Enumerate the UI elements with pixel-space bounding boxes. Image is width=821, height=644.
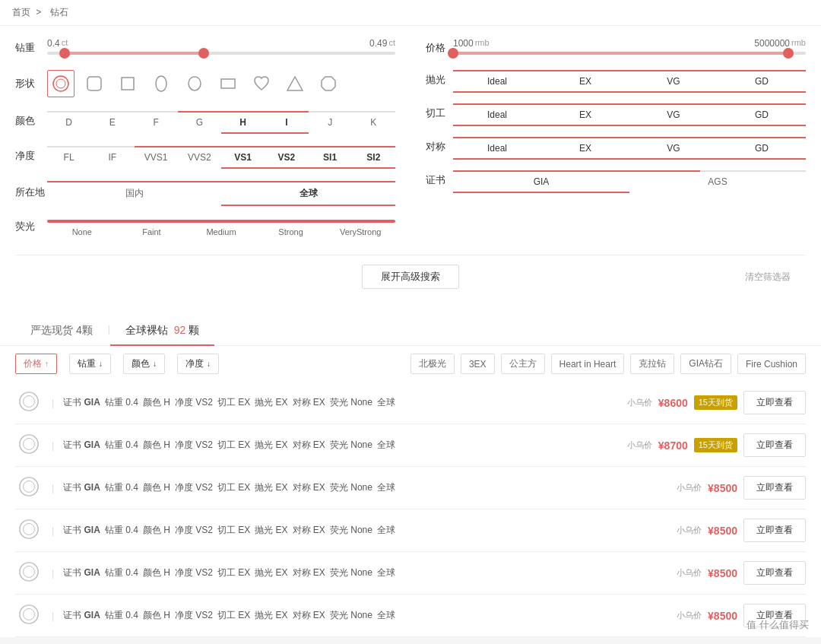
weight-thumb-right[interactable] (198, 48, 209, 59)
fluor-strong[interactable]: Strong (256, 224, 326, 236)
fluor-faint[interactable]: Faint (117, 224, 187, 236)
cut-gd[interactable]: GD (718, 105, 806, 125)
expand-button[interactable]: 展开高级搜索 (362, 265, 459, 289)
color-E[interactable]: E (90, 113, 134, 132)
cut-ex[interactable]: EX (541, 105, 629, 125)
cut-filter-row: 切工 Ideal EX VG GD (426, 102, 806, 125)
svg-point-11 (24, 439, 35, 450)
tag-gia-diamond[interactable]: GIA钻石 (680, 354, 731, 374)
svg-point-13 (24, 481, 35, 493)
shape-emerald[interactable] (214, 70, 242, 97)
clarity-IF[interactable]: IF (90, 148, 134, 167)
fluor-medium[interactable]: Medium (186, 224, 256, 236)
sort-weight[interactable]: 钻重 ↓ (69, 354, 111, 374)
color-H[interactable]: H (221, 113, 265, 132)
view-button[interactable]: 立即查看 (743, 561, 806, 585)
sym-vg[interactable]: VG (629, 138, 718, 158)
symmetry-label: 对称 (426, 140, 453, 154)
polish-vg[interactable]: VG (629, 71, 718, 91)
color-label: 颜色 (15, 114, 47, 128)
price-section: 小乌价 ¥8500 立即查看 (677, 476, 806, 500)
sort-color-arrow: ↓ (153, 360, 157, 368)
price-slider-track[interactable] (453, 52, 806, 55)
table-row: | 证书 GIA 钻重 0.4 颜色 H 净度 VS2 切工 EX 抛光 EX … (15, 509, 806, 552)
watermark: 值 什么值得买 (747, 618, 809, 632)
svg-point-4 (156, 76, 166, 91)
cut-ideal[interactable]: Ideal (453, 105, 541, 125)
tab-curated[interactable]: 严选现货 4颗 (15, 316, 108, 345)
clarity-SI1[interactable]: SI1 (309, 148, 352, 167)
color-F[interactable]: F (135, 113, 178, 132)
view-button[interactable]: 立即查看 (743, 519, 806, 542)
shape-triangle[interactable] (281, 70, 309, 97)
clarity-FL[interactable]: FL (47, 148, 90, 167)
sort-bar: 价格 ↑ 钻重 ↓ 颜色 ↓ 净度 ↓ 北极光 3EX 公主方 Heart in… (0, 346, 821, 382)
tag-heart-in-heart[interactable]: Heart in Heart (551, 354, 625, 374)
sort-color[interactable]: 颜色 ↓ (123, 354, 165, 374)
fluor-content: None Faint Medium Strong VeryStrong (47, 217, 395, 236)
sym-ideal[interactable]: Ideal (453, 138, 541, 158)
diamond-icon-cell (15, 561, 43, 585)
view-button[interactable]: 立即查看 (743, 433, 806, 457)
price-max-value: 5000000 (754, 38, 790, 49)
clear-filter-btn[interactable]: 清空筛选器 (745, 271, 791, 284)
breadcrumb-home[interactable]: 首页 (12, 7, 30, 17)
fluor-none[interactable]: None (47, 224, 117, 236)
tag-fire-cushion[interactable]: Fire Cushion (737, 354, 806, 374)
shape-cushion[interactable] (81, 70, 108, 97)
sym-gd[interactable]: GD (718, 138, 806, 158)
diamond-info: 证书 GIA 钻重 0.4 颜色 H 净度 VS2 切工 EX 抛光 EX 对称… (63, 524, 670, 537)
tab-global[interactable]: 全球裸钻 92 颗 (110, 316, 214, 345)
color-K[interactable]: K (352, 113, 395, 132)
shape-round[interactable] (47, 70, 74, 97)
tag-princess[interactable]: 公主方 (501, 354, 545, 374)
svg-point-14 (20, 520, 38, 538)
price-thumb-right[interactable] (783, 48, 794, 59)
sort-clarity[interactable]: 净度 ↓ (177, 354, 219, 374)
color-G[interactable]: G (178, 113, 221, 132)
color-grade-row: D E F G H I J K (47, 113, 395, 132)
price-thumb-left[interactable] (448, 48, 458, 59)
clarity-SI2[interactable]: SI2 (352, 148, 395, 167)
view-button[interactable]: 立即查看 (743, 476, 806, 500)
tag-3ex[interactable]: 3EX (461, 354, 495, 374)
shape-princess[interactable] (114, 70, 141, 97)
weight-slider-track[interactable] (47, 52, 395, 55)
clarity-VVS2[interactable]: VVS2 (178, 148, 221, 167)
shape-radiant[interactable] (315, 70, 342, 97)
color-J[interactable]: J (309, 113, 352, 132)
tag-north-pole[interactable]: 北极光 (410, 354, 455, 374)
color-I[interactable]: I (265, 113, 308, 132)
cert-gia[interactable]: GIA (453, 172, 629, 192)
clarity-VS1[interactable]: VS1 (221, 148, 265, 167)
weight-max-value: 0.49 (369, 38, 387, 49)
shape-pear[interactable] (181, 70, 208, 97)
shape-heart[interactable] (248, 70, 275, 97)
weight-thumb-left[interactable] (59, 48, 70, 59)
polish-ex[interactable]: EX (541, 71, 629, 91)
cut-vg[interactable]: VG (629, 105, 718, 125)
cut-label: 切工 (426, 106, 453, 120)
fluor-fill (47, 220, 395, 223)
svg-rect-5 (221, 79, 235, 88)
location-domestic[interactable]: 国内 (47, 182, 221, 205)
polish-ideal[interactable]: Ideal (453, 71, 541, 91)
diamond-info: 证书 GIA 钻重 0.4 颜色 H 净度 VS2 切工 EX 抛光 EX 对称… (63, 481, 670, 494)
clarity-VVS1[interactable]: VVS1 (135, 148, 178, 167)
shape-oval[interactable] (147, 70, 175, 97)
sort-price[interactable]: 价格 ↑ (15, 354, 57, 374)
shape-label: 形状 (15, 77, 47, 90)
breadcrumb-separator: > (36, 7, 41, 17)
clarity-VS2[interactable]: VS2 (265, 148, 308, 167)
symmetry-filter-row: 对称 Ideal EX VG GD (426, 135, 806, 158)
sym-ex[interactable]: EX (541, 138, 629, 158)
location-global[interactable]: 全球 (221, 182, 395, 205)
color-D[interactable]: D (47, 113, 90, 132)
price-section: 小乌价 ¥8500 立即查看 (677, 519, 806, 542)
tag-carat[interactable]: 克拉钻 (630, 354, 674, 374)
view-button[interactable]: 立即查看 (743, 391, 806, 414)
fluor-verystrong[interactable]: VeryStrong (325, 224, 395, 236)
price-min-unit: rmb (475, 38, 490, 49)
polish-gd[interactable]: GD (718, 71, 806, 91)
cert-ags[interactable]: AGS (629, 172, 806, 192)
